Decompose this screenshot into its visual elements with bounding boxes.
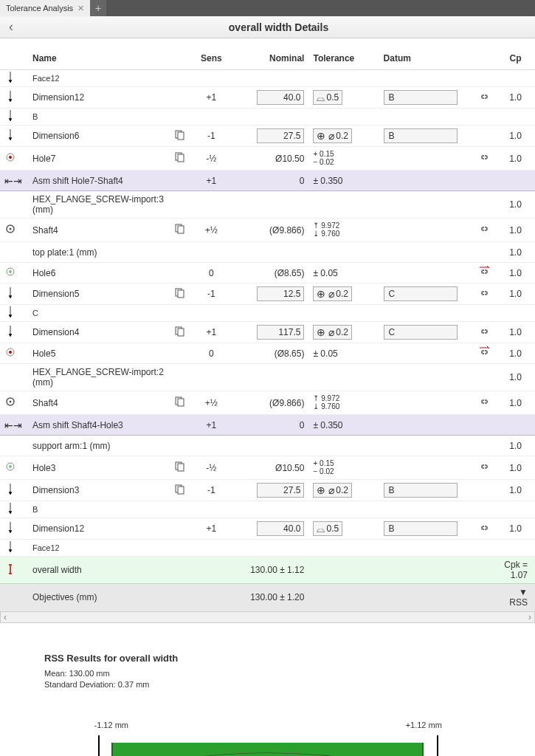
table-row[interactable]: Hole50(Ø8.65)± 0.051.0 [0,343,535,364]
datum-input[interactable]: B [384,521,458,536]
close-icon[interactable]: ✕ [77,4,84,13]
cp-value [496,501,535,518]
sens-value: -1 [192,480,231,501]
duplicate-icon[interactable] [174,329,186,340]
table-row[interactable]: ⇤⇥Asm shift Hole7-Shaft4+10± 0.350 [0,171,535,191]
table-row[interactable]: HEX_FLANGE_SCREW-import:3 (mm)1.0 [0,191,535,219]
datum-input[interactable]: B [384,128,458,143]
table-row[interactable]: Face12 [0,70,535,87]
scroll-left-icon[interactable]: ‹ [4,612,7,622]
horizontal-scrollbar[interactable]: ‹ › [0,611,535,623]
duplicate-icon[interactable] [174,227,186,237]
table-row[interactable]: Dimension3-127.5⊕ ⌀ 0.2B1.0 [0,480,535,501]
th-cp: Cp [496,38,535,70]
nominal-input[interactable]: 40.0 [257,90,304,105]
svg-marker-1 [9,80,13,83]
break-link-icon[interactable] [478,350,490,360]
link-icon[interactable] [478,155,490,165]
table-row[interactable]: ⇤⇥Asm shift Shaft4-Hole3+10± 0.350 [0,415,535,436]
datum-input[interactable]: B [384,90,458,105]
svg-rect-9 [178,132,184,140]
datum-input[interactable]: C [384,286,458,301]
sens-value: -½ [192,456,231,480]
svg-marker-49 [9,511,13,514]
row-name: Hole5 [28,343,168,364]
table-row[interactable]: C [0,305,535,322]
datum-input[interactable]: B [384,483,458,498]
nominal-value: Ø10.50 [275,154,304,164]
cp-value: 1.0 [496,480,535,501]
scroll-right-icon[interactable]: › [528,612,531,622]
table-row[interactable]: support arm:1 (mm)1.0 [0,436,535,456]
tolerance-input[interactable]: ⌓ 0.5 [313,521,342,536]
arrow-down-icon [4,487,16,498]
row-name: top plate:1 (mm) [28,242,168,263]
pm-value: ± 0.350 [313,420,342,430]
table-row[interactable]: Hole3-½Ø10.500.150.021.0 [0,456,535,480]
cp-value: 1.0 [496,518,535,540]
tolerance-input[interactable]: ⊕ ⌀ 0.2 [313,128,352,143]
tolerance-input[interactable]: ⌓ 0.5 [313,90,342,105]
total-name: overall width [28,557,168,584]
link-icon[interactable] [478,464,490,475]
row-name: Shaft4 [28,391,168,415]
cp-value [496,109,535,126]
nominal-input[interactable]: 40.0 [257,521,304,536]
duplicate-icon[interactable] [174,291,186,301]
table-row[interactable]: Dimension6-127.5⊕ ⌀ 0.2B1.0 [0,126,535,147]
back-button[interactable]: ‹ [0,19,22,35]
tab-add[interactable]: + [90,0,106,16]
datum-input[interactable]: C [384,325,458,340]
nominal-input[interactable]: 12.5 [257,286,304,301]
table-row[interactable]: Dimension12+140.0⌓ 0.5B1.0 [0,87,535,109]
duplicate-icon[interactable] [174,399,186,410]
duplicate-icon[interactable] [174,155,186,165]
hole-icon [4,464,16,475]
nominal-input[interactable]: 27.5 [257,128,304,143]
table-row[interactable]: B [0,501,535,518]
svg-point-11 [9,156,12,159]
table-row[interactable]: Hole60(Ø8.65)± 0.051.0 [0,263,535,284]
nominal-value: 0 [300,420,305,430]
sens-value [192,540,231,557]
link-icon[interactable] [478,526,490,536]
row-name: HEX_FLANGE_SCREW-import:2 (mm) [28,364,168,391]
duplicate-icon[interactable] [174,487,186,498]
table-row[interactable]: top plate:1 (mm)1.0 [0,242,535,263]
cp-value [496,70,535,87]
link-icon[interactable] [478,291,490,301]
break-link-icon[interactable] [478,269,490,280]
svg-point-33 [9,351,12,354]
table-row[interactable]: Hole7-½Ø10.500.150.021.0 [0,147,535,171]
link-icon[interactable] [478,399,490,410]
arrow-down-icon [4,311,16,320]
th-datum: Datum [379,38,473,70]
arrow-down-icon [4,133,16,143]
table-row[interactable]: Shaft4+½(Ø9.866)⤒ 9.972⤓ 9.7601.0 [0,391,535,415]
objectives-row[interactable]: Objectives (mm) 130.00 ± 1.20 ▼ RSS [0,584,535,611]
tolerance-input[interactable]: ⊕ ⌀ 0.2 [313,483,352,498]
link-icon[interactable] [478,329,490,340]
duplicate-icon[interactable] [174,133,186,143]
arrow-down-icon [4,526,16,536]
link-icon[interactable] [478,94,490,105]
table-row[interactable]: Dimension5-112.5⊕ ⌀ 0.2C1.0 [0,284,535,305]
table-row[interactable]: B [0,109,535,126]
table-row[interactable]: Dimension12+140.0⌓ 0.5B1.0 [0,518,535,540]
duplicate-icon[interactable] [174,464,186,475]
tolerance-input[interactable]: ⊕ ⌀ 0.2 [313,286,352,301]
link-icon[interactable] [478,227,490,237]
objectives-method[interactable]: ▼ RSS [496,584,535,611]
page-title: overall width Details [22,21,535,33]
table-row[interactable]: Shaft4+½(Ø9.866)⤒ 9.972⤓ 9.7601.0 [0,219,535,242]
svg-point-19 [9,270,12,273]
nominal-input[interactable]: 117.5 [257,325,304,340]
table-row[interactable]: Dimension4+1117.5⊕ ⌀ 0.2C1.0 [0,322,535,343]
tolerance-input[interactable]: ⊕ ⌀ 0.2 [313,325,352,340]
nominal-input[interactable]: 27.5 [257,483,304,498]
table-row[interactable]: Face12 [0,540,535,557]
sens-value [192,70,231,87]
tab-tolerance-analysis[interactable]: Tolerance Analysis ✕ [0,0,90,16]
table-row[interactable]: HEX_FLANGE_SCREW-import:2 (mm)1.0 [0,364,535,391]
cp-value [496,171,535,191]
